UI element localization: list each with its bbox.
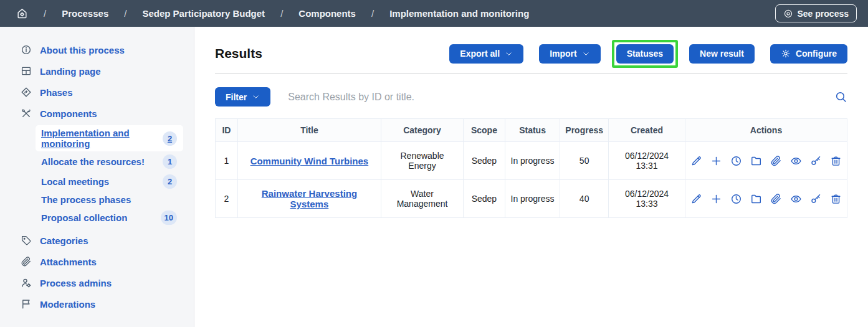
sidebar-subitem-local-meetings[interactable]: Local meetings2: [36, 172, 183, 191]
clock-icon[interactable]: [730, 193, 742, 205]
count-badge: 10: [161, 211, 177, 225]
configure-button[interactable]: Configure: [770, 44, 847, 64]
see-process-button[interactable]: See process: [775, 4, 857, 22]
sidebar-item-components[interactable]: Components: [0, 103, 194, 124]
paperclip-icon[interactable]: [770, 193, 782, 205]
result-title-cell: Community Wind Turbines: [237, 142, 381, 180]
result-created: 06/12/202413:31: [609, 142, 685, 180]
result-scope: Sedep: [464, 180, 505, 218]
result-category: Renewable Energy: [381, 142, 464, 180]
sidebar-subitem-label: Implementation and monitoring: [41, 128, 163, 149]
sidebar-item-label: Phases: [40, 87, 73, 98]
new-result-button[interactable]: New result: [689, 44, 755, 64]
phases-icon: [21, 87, 32, 98]
header-actions: Export all Import Statuses New result: [449, 44, 847, 64]
export-all-button[interactable]: Export all: [449, 44, 523, 64]
result-category: Water Management: [381, 180, 464, 218]
sidebar-subitem-allocate-the-resources[interactable]: Allocate the resources!1: [36, 152, 183, 171]
chevron-down-icon: [582, 50, 590, 58]
folder-icon[interactable]: [750, 155, 762, 167]
sidebar-subitem-label: The process phases: [41, 194, 131, 205]
results-table: IDTitleCategoryScopeStatusProgressCreate…: [215, 118, 847, 218]
column-header-scope: Scope: [464, 119, 505, 142]
breadcrumb-item-implementation-and-monitoring: Implementation and monitoring: [389, 8, 529, 19]
result-title-link[interactable]: Rainwater Harvesting Systems: [262, 188, 357, 209]
edit-icon[interactable]: [690, 155, 702, 167]
result-title-cell: Rainwater Harvesting Systems: [237, 180, 381, 218]
folder-icon[interactable]: [750, 193, 762, 205]
result-id: 2: [216, 180, 238, 218]
sidebar-item-label: Process admins: [40, 278, 112, 288]
created-date: 06/12/2024: [614, 151, 680, 161]
breadcrumb-item-components[interactable]: Components: [298, 8, 356, 19]
paperclip-icon[interactable]: [770, 155, 782, 167]
table-row: 1Community Wind TurbinesRenewable Energy…: [216, 142, 847, 180]
trash-icon[interactable]: [830, 193, 842, 205]
sidebar-item-label: Components: [40, 108, 97, 119]
filter-button[interactable]: Filter: [215, 87, 270, 107]
sidebar-subitem-proposal-collection[interactable]: Proposal collection10: [36, 208, 183, 227]
breadcrumb-separator: /: [124, 8, 126, 19]
paperclip-icon: [21, 256, 32, 267]
result-title-link[interactable]: Community Wind Turbines: [250, 156, 369, 166]
sidebar-item-categories[interactable]: Categories: [0, 230, 194, 251]
tools-icon: [21, 108, 32, 119]
info-icon: [21, 44, 32, 55]
layout-icon: [21, 65, 32, 77]
key-icon[interactable]: [810, 155, 822, 167]
sidebar-item-label: Landing page: [40, 66, 101, 77]
header-divider: [215, 73, 847, 74]
eye-icon[interactable]: [790, 193, 802, 205]
sidebar: About this processLanding pagePhasesComp…: [0, 27, 194, 327]
sidebar-item-label: Categories: [40, 235, 88, 246]
sidebar-item-moderations[interactable]: Moderations: [0, 293, 194, 315]
key-icon[interactable]: [810, 193, 822, 205]
tag-icon: [21, 235, 32, 246]
eye-icon[interactable]: [790, 155, 802, 167]
components-sub-list: Implementation and monitoring2Allocate t…: [0, 125, 194, 227]
sidebar-item-about-this-process[interactable]: About this process: [0, 39, 194, 60]
breadcrumb-item-processes[interactable]: Processes: [62, 8, 108, 19]
column-header-id: ID: [216, 119, 238, 142]
action-icons: [690, 155, 842, 167]
plus-icon[interactable]: [710, 155, 722, 167]
breadcrumb-item-sedep-participatory-budget[interactable]: Sedep Participatory Budget: [142, 8, 265, 19]
breadcrumb-separator: /: [280, 8, 283, 19]
see-process-label: See process: [798, 9, 849, 19]
sidebar-item-attachments[interactable]: Attachments: [0, 251, 194, 272]
configure-label: Configure: [796, 49, 837, 59]
new-result-label: New result: [700, 49, 744, 59]
export-all-label: Export all: [460, 49, 500, 59]
count-badge: 2: [163, 131, 177, 146]
column-header-title: Title: [237, 119, 381, 142]
sidebar-subitem-label: Allocate the resources!: [41, 156, 145, 167]
clock-icon[interactable]: [730, 155, 742, 167]
home-icon[interactable]: [16, 7, 28, 19]
trash-icon[interactable]: [830, 155, 842, 167]
import-button[interactable]: Import: [539, 44, 601, 64]
breadcrumb-separator: /: [44, 8, 46, 19]
import-label: Import: [550, 49, 577, 59]
filter-label: Filter: [226, 92, 247, 102]
sidebar-item-landing-page[interactable]: Landing page: [0, 60, 194, 82]
count-badge: 1: [163, 154, 177, 169]
sidebar-subitem-the-process-phases[interactable]: The process phases: [36, 192, 183, 207]
sidebar-item-label: Attachments: [40, 257, 97, 267]
sidebar-item-phases[interactable]: Phases: [0, 82, 194, 103]
sidebar-subitem-implementation-and-monitoring[interactable]: Implementation and monitoring2: [36, 125, 183, 151]
edit-icon[interactable]: [690, 193, 702, 205]
result-actions: [685, 142, 847, 180]
action-icons: [690, 193, 842, 205]
result-status: In progress: [505, 142, 560, 180]
sidebar-item-process-admins[interactable]: Process admins: [0, 272, 194, 293]
page-title: Results: [215, 46, 262, 61]
main-content: Results Export all Import Statuses New r…: [194, 27, 868, 327]
plus-icon[interactable]: [710, 193, 722, 205]
chevron-down-icon: [505, 50, 513, 58]
search-input[interactable]: [287, 91, 818, 103]
gear-icon: [781, 49, 791, 59]
created-date: 06/12/2024: [614, 189, 680, 199]
result-progress: 50: [560, 142, 609, 180]
search-icon[interactable]: [834, 90, 847, 103]
statuses-button[interactable]: Statuses: [616, 44, 674, 64]
